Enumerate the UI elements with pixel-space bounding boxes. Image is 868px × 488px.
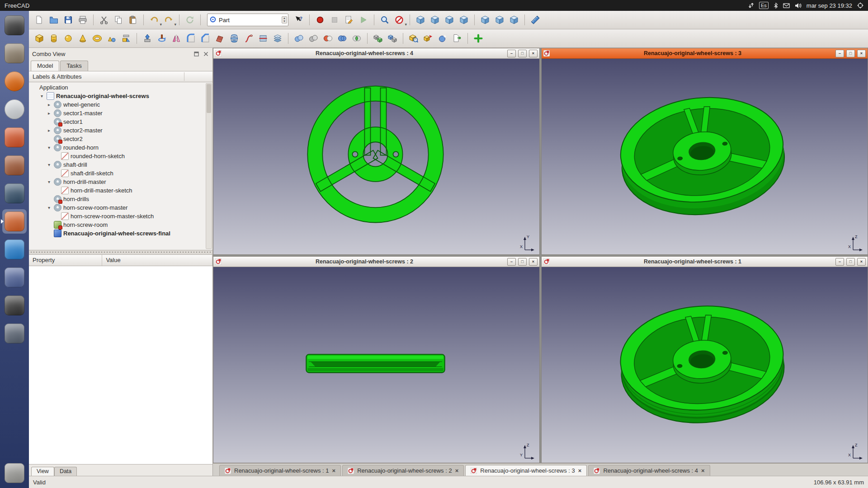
window-titlebar[interactable]: Renacuajo-original-wheel-screws : 4–□× <box>213 48 539 59</box>
part-ruled-surface-button[interactable] <box>213 32 226 45</box>
combo-float-button[interactable] <box>193 51 200 57</box>
ubuntu-software-icon[interactable] <box>2 125 27 150</box>
cut-button[interactable] <box>97 13 111 27</box>
minimize-button[interactable]: – <box>507 50 516 57</box>
part-refine-shape-button[interactable] <box>436 32 449 45</box>
paste-button[interactable] <box>126 13 140 27</box>
view-rear-button[interactable] <box>478 13 492 27</box>
maximize-button[interactable]: □ <box>846 50 855 57</box>
volume-icon[interactable] <box>795 3 802 9</box>
window-titlebar[interactable]: Renacuajo-original-wheel-screws : 3–□× <box>542 48 868 59</box>
tree-item-renacuajo-original-wheel-screws[interactable]: ▾Renacuajo-original-wheel-screws <box>29 92 212 100</box>
part-intersection-button[interactable] <box>350 32 363 45</box>
part-defeaturing-button[interactable] <box>421 32 435 45</box>
tree-item-horn-drill-master-sketch[interactable]: horn-drill-master-sketch <box>29 186 212 195</box>
3d-viewport[interactable]: ZX <box>542 267 868 463</box>
view-right-button[interactable] <box>457 13 471 27</box>
mail-icon[interactable] <box>783 3 790 8</box>
part-join-embed-button[interactable] <box>386 32 399 45</box>
dropdown-arrow-icon[interactable]: ▾ <box>405 22 407 27</box>
save-button[interactable] <box>61 13 75 27</box>
terminal-icon[interactable] <box>2 293 27 318</box>
value-column-header[interactable]: Value <box>102 255 212 266</box>
mdi-tab-3[interactable]: Renacuajo-original-wheel-screws : 3× <box>465 465 587 476</box>
tree-item-wheel-generic[interactable]: ▸wheel-generic <box>29 100 212 109</box>
tree-item-sector1[interactable]: sector1 <box>29 117 212 126</box>
mdi-tab-2[interactable]: Renacuajo-original-wheel-screws : 2× <box>342 465 464 476</box>
part-cone-button[interactable] <box>76 32 90 45</box>
part-cut-button[interactable] <box>321 32 335 45</box>
combo-close-button[interactable] <box>203 51 209 57</box>
part-boolean-button[interactable] <box>307 32 320 45</box>
screens-icon[interactable] <box>2 321 27 346</box>
macro-record-button[interactable] <box>313 13 327 27</box>
close-button[interactable]: × <box>857 258 866 266</box>
part-primitives-button[interactable] <box>105 32 118 45</box>
tree-item-shaft-drill[interactable]: ▾shaft-drill <box>29 160 212 169</box>
part-sphere-button[interactable] <box>61 32 75 45</box>
tab-tasks[interactable]: Tasks <box>60 61 88 71</box>
blender-icon[interactable] <box>2 181 27 206</box>
tree-scrollbar[interactable] <box>206 83 212 249</box>
minimize-button[interactable]: – <box>835 50 844 57</box>
part-union-button[interactable] <box>335 32 349 45</box>
3d-viewport[interactable]: ZX <box>542 59 868 254</box>
tab-model[interactable]: Model <box>31 61 59 71</box>
open-file-button[interactable] <box>47 13 61 27</box>
refresh-button[interactable] <box>183 13 197 27</box>
tab-data[interactable]: Data <box>54 467 77 476</box>
part-fillet-button[interactable] <box>184 32 198 45</box>
dropdown-arrow-icon[interactable]: ▾ <box>174 22 176 27</box>
macro-stop-button[interactable] <box>328 13 341 27</box>
part-sweep-button[interactable] <box>242 32 255 45</box>
view-front-button[interactable] <box>428 13 442 27</box>
draw-style-button[interactable]: ▾ <box>392 13 406 27</box>
close-button[interactable]: × <box>529 258 538 266</box>
part-loft-button[interactable] <box>227 32 241 45</box>
macro-edit-button[interactable] <box>342 13 356 27</box>
3d-viewport[interactable]: ZY <box>213 267 539 463</box>
wheel-model[interactable] <box>542 59 868 254</box>
maximize-button[interactable]: □ <box>846 258 855 266</box>
view-bottom-button[interactable] <box>493 13 506 27</box>
part-shape-builder-button[interactable] <box>119 32 133 45</box>
view-left-button[interactable] <box>507 13 521 27</box>
tree-item-sector1-master[interactable]: ▸sector1-master <box>29 109 212 117</box>
tree-item-application[interactable]: Application <box>29 83 212 92</box>
part-export-button[interactable] <box>450 32 464 45</box>
tab-close-icon[interactable]: × <box>332 467 336 474</box>
expander-icon[interactable]: ▾ <box>46 145 52 150</box>
tree-item-horn-screw-room-master-sketch[interactable]: horn-screw-room-master-sketch <box>29 212 212 221</box>
minimize-button[interactable]: – <box>507 258 516 266</box>
close-button[interactable]: × <box>529 50 538 57</box>
part-extrude-button[interactable] <box>141 32 154 45</box>
tree-item-sector2[interactable]: sector2 <box>29 135 212 143</box>
part-add-button[interactable] <box>472 32 485 45</box>
tree-item-horn-drills[interactable]: horn-drills <box>29 195 212 203</box>
workbench-select[interactable]: Part▲▼ <box>207 14 288 26</box>
expander-icon[interactable]: ▸ <box>46 111 52 116</box>
wheel-model[interactable] <box>213 267 539 463</box>
whatsthis-button[interactable]: ? <box>292 13 306 27</box>
part-cross-sections-button[interactable] <box>271 32 284 45</box>
tab-view[interactable]: View <box>31 467 54 476</box>
tree-item-rounded-horn-sketch[interactable]: rounded-horn-sketch <box>29 152 212 160</box>
tree-item-rounded-horn[interactable]: ▾rounded-horn <box>29 143 212 152</box>
part-chamfer-button[interactable] <box>198 32 212 45</box>
tree-item-horn-drill-master[interactable]: ▾horn-drill-master <box>29 178 212 186</box>
window-titlebar[interactable]: Renacuajo-original-wheel-screws : 1–□× <box>542 257 868 267</box>
tree-item-horn-screw-room[interactable]: horn-screw-room <box>29 221 212 229</box>
part-compound-button[interactable] <box>292 32 306 45</box>
system-settings-icon[interactable] <box>2 153 27 178</box>
redo-button[interactable]: ▾ <box>162 13 175 27</box>
workbench-spin-buttons[interactable]: ▲▼ <box>282 16 287 23</box>
expander-icon[interactable]: ▸ <box>46 102 52 107</box>
undo-button[interactable]: ▾ <box>147 13 161 27</box>
part-box-button[interactable] <box>33 32 46 45</box>
expander-icon[interactable]: ▾ <box>46 162 52 167</box>
macro-play-button[interactable] <box>357 13 370 27</box>
tree-scrollbar-thumb[interactable] <box>207 84 211 113</box>
3d-viewport[interactable]: YX <box>213 59 539 254</box>
part-section-button[interactable] <box>256 32 270 45</box>
view-top-button[interactable] <box>443 13 456 27</box>
